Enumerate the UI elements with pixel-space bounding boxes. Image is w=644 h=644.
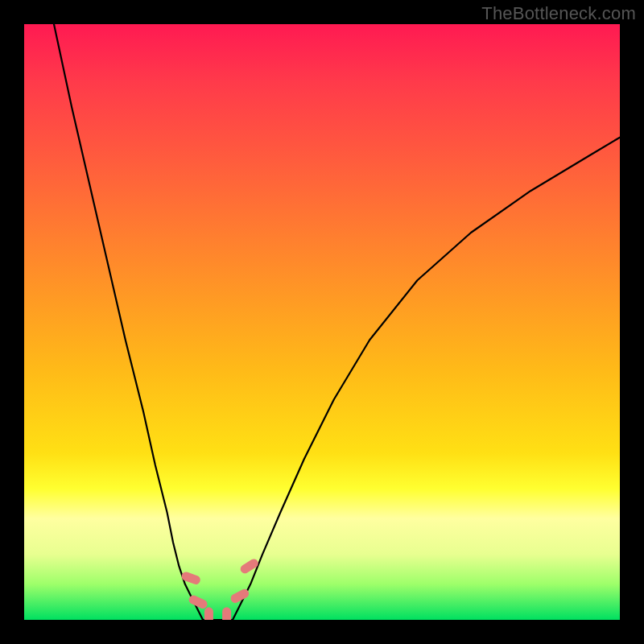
curve-path <box>54 24 620 620</box>
curve-marker-2 <box>204 607 213 620</box>
plot-area <box>24 24 620 620</box>
chart-frame: TheBottleneck.com <box>0 0 644 644</box>
curve-marker-5 <box>239 557 260 575</box>
bottleneck-curve <box>24 24 620 620</box>
curve-marker-3 <box>222 607 231 620</box>
watermark-text: TheBottleneck.com <box>481 3 636 24</box>
curve-marker-0 <box>180 571 201 586</box>
curve-marker-1 <box>188 594 208 610</box>
